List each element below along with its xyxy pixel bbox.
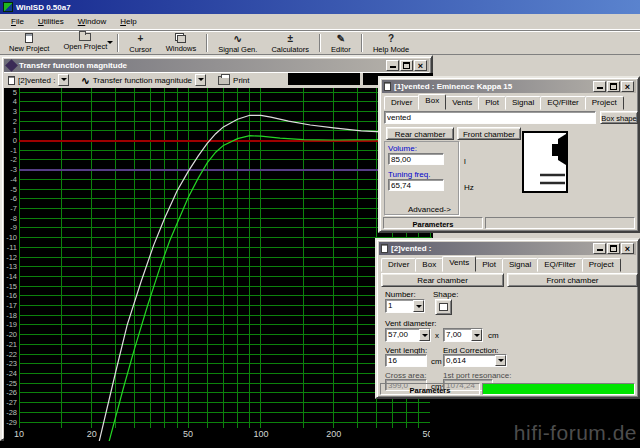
volume-input[interactable] [388, 153, 444, 165]
driver2-tab-project[interactable]: Project [582, 258, 621, 272]
toolbar-help-mode[interactable]: ?Help Mode [366, 32, 416, 54]
vent-diameter-1-combo[interactable]: 57,00 [385, 328, 431, 342]
chevron-down-icon[interactable] [495, 355, 506, 366]
maximize-icon [610, 83, 617, 90]
toolbar-new-project[interactable]: New Project [2, 32, 56, 54]
maximize-button[interactable] [400, 60, 413, 71]
minimize-icon [597, 87, 603, 89]
close-button[interactable]: × [414, 60, 427, 71]
winisd-app-icon [3, 2, 13, 12]
maximize-button[interactable] [607, 81, 620, 92]
driver2-tab-vents[interactable]: Vents [442, 256, 476, 272]
svg-text:-24: -24 [6, 369, 17, 378]
menu-utilities[interactable]: Utilities [31, 15, 71, 28]
driver2-title: [2]vented : [391, 244, 431, 253]
cursor-icon: + [138, 33, 144, 44]
menu-help[interactable]: Help [113, 15, 143, 28]
driver1-tab-vents[interactable]: Vents [445, 96, 479, 110]
rear-chamber-button[interactable]: Rear chamber [381, 273, 504, 287]
svg-text:2: 2 [13, 117, 17, 126]
vent-diameter-2-combo[interactable]: 7,00 [443, 328, 483, 342]
toolbar-editor[interactable]: ✎Editor [324, 32, 358, 54]
parameters-button[interactable]: Parameters [380, 383, 480, 395]
maximize-icon [403, 62, 410, 69]
open-project-dropdown-arrow[interactable] [107, 41, 113, 47]
toolbar-windows[interactable]: Windows [159, 32, 203, 54]
svg-text:-3: -3 [10, 165, 17, 174]
transfer-window-toolbar: [2]vented : ∿ Transfer function magnitud… [4, 72, 429, 88]
chevron-down-icon[interactable] [471, 329, 482, 341]
front-chamber-button[interactable]: Front chamber [507, 273, 638, 287]
parameters-button[interactable]: Parameters [383, 217, 483, 229]
chevron-down-icon[interactable] [413, 300, 424, 312]
driver2-titlebar[interactable]: [2]vented : × [379, 242, 636, 255]
rectangle-shape-icon [439, 303, 448, 311]
svg-text:-5: -5 [10, 185, 17, 194]
menu-window[interactable]: Window [71, 15, 113, 28]
app-titlebar[interactable]: WinISD 0.50a7 [0, 0, 640, 14]
minimize-button[interactable] [386, 60, 399, 71]
svg-text:5: 5 [13, 88, 17, 97]
driver1-statusbar: Parameters [383, 217, 635, 229]
project-window-icon [384, 82, 391, 91]
vent-diameter-separator: x [435, 331, 439, 340]
chevron-down-icon[interactable] [419, 329, 430, 341]
graph-type-value: Transfer function magnitude [93, 76, 192, 85]
project-name-input[interactable] [384, 111, 596, 124]
project-selector[interactable]: [2]vented : [6, 73, 71, 87]
svg-text:-11: -11 [7, 243, 17, 252]
maximize-icon [610, 245, 617, 252]
open-project-icon [79, 33, 91, 41]
driver2-tab-signal[interactable]: Signal [502, 258, 538, 272]
close-button[interactable]: × [621, 81, 634, 92]
advanced-link[interactable]: Advanced-> [408, 205, 451, 214]
watermark: hifi-forum.de [514, 421, 637, 445]
minimize-icon [597, 249, 603, 251]
svg-text:-29: -29 [6, 418, 17, 427]
menu-file[interactable]: File [4, 15, 31, 28]
rear-chamber-button[interactable]: Rear chamber [386, 127, 454, 140]
svg-text:-28: -28 [6, 408, 17, 417]
transfer-window-icon [5, 59, 18, 72]
toolbar-signal-gen[interactable]: ∿Signal Gen. [211, 32, 264, 54]
driver1-tab-plot[interactable]: Plot [478, 96, 506, 110]
vent-length-input[interactable] [385, 354, 427, 367]
driver2-tab-driver[interactable]: Driver [381, 258, 416, 272]
driver1-titlebar[interactable]: [1]vented : Eminence Kappa 15 × [382, 80, 636, 93]
driver2-tab-box[interactable]: Box [415, 258, 443, 272]
transfer-window-titlebar[interactable]: Transfer function magnitude × [4, 59, 429, 72]
tuning-freq-input[interactable] [388, 179, 444, 191]
driver2-tab-plot[interactable]: Plot [475, 258, 503, 272]
print-button[interactable]: Print [216, 73, 251, 87]
front-chamber-button[interactable]: Front chamber [457, 127, 521, 140]
box-shape-button[interactable]: Box shape [600, 111, 638, 124]
svg-text:-7: -7 [10, 204, 17, 213]
svg-text:-9: -9 [10, 223, 17, 232]
maximize-button[interactable] [607, 243, 620, 254]
number-combo[interactable]: 1 [385, 299, 425, 313]
driver1-tab-project[interactable]: Project [585, 96, 624, 110]
toolbar-open-project[interactable]: Open Project [56, 32, 114, 54]
driver1-tab-eq-filter[interactable]: EQ/Filter [540, 96, 586, 110]
toolbar-cursor[interactable]: +Cursor [122, 32, 159, 54]
minimize-button[interactable] [593, 243, 606, 254]
driver1-tab-signal[interactable]: Signal [505, 96, 541, 110]
svg-text:10: 10 [14, 429, 24, 439]
driver1-title: [1]vented : Eminence Kappa 15 [394, 82, 512, 91]
driver2-statusbar: Parameters [380, 383, 635, 395]
graph-dropdown-arrow[interactable] [195, 74, 206, 86]
project-dropdown-arrow[interactable] [58, 74, 69, 86]
minimize-button[interactable] [593, 81, 606, 92]
driver1-tab-box[interactable]: Box [418, 94, 446, 110]
menubar: FileUtilitiesWindowHelp [0, 14, 640, 30]
app-toolbar: New ProjectOpen Project+CursorWindows∿Si… [0, 30, 640, 55]
toolbar-calculators[interactable]: ±Calculators [264, 32, 316, 54]
end-correction-combo[interactable]: 0,614 [443, 354, 507, 367]
svg-text:50: 50 [183, 429, 193, 439]
driver2-tab-eq-filter[interactable]: EQ/Filter [537, 258, 583, 272]
driver1-tab-driver[interactable]: Driver [384, 96, 419, 110]
chevron-down-icon [61, 78, 67, 84]
shape-button[interactable] [435, 299, 452, 315]
close-button[interactable]: × [621, 243, 634, 254]
graph-type-selector[interactable]: ∿ Transfer function magnitude [79, 73, 208, 87]
